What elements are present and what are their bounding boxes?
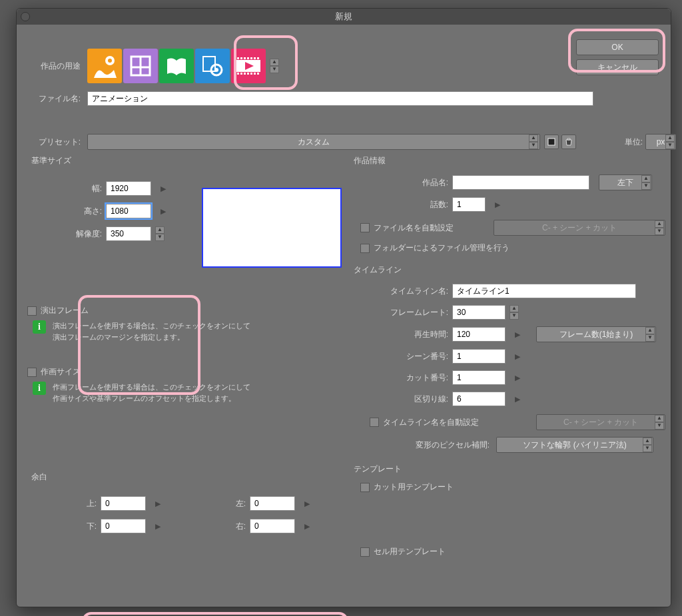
purpose-animation-icon[interactable] [231,49,266,83]
margin-right-input[interactable] [250,519,295,533]
highlight-margin [82,612,348,616]
dpi-label: 解像度: [27,228,102,240]
preset-register-button[interactable] [544,135,559,149]
info-icon: i [33,320,46,334]
folder-manage-label: フォルダーによるファイル管理を行う [374,242,510,254]
timeline-title: タイムライン [350,263,669,277]
tlname-input[interactable] [452,284,636,298]
direction-frame-hint: 演出フレームを使用する場合は、このチェックをオンにして 演出フレームのマージンを… [53,320,250,342]
svg-rect-5 [203,57,215,71]
ok-button[interactable]: OK [576,39,659,55]
filename-label: ファイル名: [33,93,81,105]
fps-label: フレームレート: [350,307,448,318]
dialog-title: 新規 [335,11,352,23]
margin-top-label: 上: [67,498,97,509]
width-arrow[interactable]: ▶ [161,184,170,193]
titlebar[interactable]: 新規 [17,9,671,25]
scene-input[interactable] [452,349,506,364]
playtime-input[interactable] [452,327,506,342]
margin-top-input[interactable] [101,496,146,511]
size-section-title: 基準サイズ [27,154,350,168]
direction-frame-checkbox[interactable] [27,306,37,316]
purpose-book-icon[interactable] [159,49,194,83]
preset-label: プリセット: [33,137,81,148]
draw-size-checkbox[interactable] [27,368,37,377]
width-label: 幅: [27,183,102,194]
height-input[interactable] [106,204,151,218]
margin-right-arrow[interactable]: ▶ [304,522,314,531]
margin-left-label: 左: [216,498,246,509]
folder-manage-checkbox[interactable] [360,244,370,253]
tlname-label: タイムライン名: [350,286,448,297]
workname-label: 作品名: [350,177,448,188]
direction-frame-title: 演出フレーム [41,305,89,316]
sep-input[interactable] [452,392,506,406]
purpose-label: 作品の用途 [33,61,81,72]
margin-top-arrow[interactable]: ▶ [155,499,165,508]
svg-rect-24 [257,73,259,75]
draw-size-title: 作画サイズ [41,366,81,378]
auto-filename-label: ファイル名を自動設定 [374,222,454,234]
auto-tlname-pattern: C- + シーン + カット ▲▼ [536,414,665,430]
dpi-input[interactable] [106,226,151,241]
cut-template-checkbox[interactable] [360,483,370,492]
unit-dropdown[interactable]: px ▲▼ [645,134,676,150]
dpi-spinner[interactable]: ▲▼ [155,226,165,241]
cell-template-label: セル用テンプレート [374,546,446,557]
height-arrow[interactable]: ▶ [161,207,170,216]
auto-tlname-checkbox[interactable] [370,418,379,427]
info-icon: i [33,382,46,395]
width-input[interactable] [106,181,151,196]
cell-template-checkbox[interactable] [360,547,370,557]
fps-input[interactable] [452,305,506,320]
svg-rect-16 [254,57,256,59]
new-dialog: 新規 OK キャンセル 作品の用途 ▲▼ [16,8,671,607]
auto-filename-checkbox[interactable] [360,223,370,232]
margin-left-input[interactable] [250,496,295,511]
unit-value: px [657,137,665,147]
cancel-button[interactable]: キャンセル [576,59,659,75]
workname-input[interactable] [452,175,589,190]
draw-size-hint: 作画フレームを使用する場合は、このチェックをオンにして 作画サイズや基準フレーム… [53,382,250,404]
framecount-dropdown[interactable]: フレーム数(1始まり) ▲▼ [536,326,656,342]
workname-pos-dropdown[interactable]: 左下 ▲▼ [599,174,652,190]
svg-rect-23 [254,73,256,75]
canvas-preview [202,188,342,268]
svg-point-1 [108,59,112,63]
template-title: テンプレート [350,462,669,476]
purpose-illustration-icon[interactable] [87,49,122,83]
svg-point-7 [214,68,218,72]
auto-filename-pattern: C- + シーン + カット ▲▼ [494,220,665,236]
svg-rect-19 [240,73,242,75]
close-button[interactable] [21,12,30,21]
margin-left-arrow[interactable]: ▶ [304,499,314,508]
cut-input[interactable] [452,370,506,385]
scene-arrow[interactable]: ▶ [515,352,524,361]
svg-rect-18 [237,73,239,75]
episode-label: 話数: [350,199,448,210]
workinfo-title: 作品情報 [350,154,669,168]
svg-rect-11 [237,57,239,59]
filename-input[interactable] [87,91,593,106]
preset-delete-button[interactable] [561,135,576,149]
interp-dropdown[interactable]: ソフトな輪郭 (バイリニア法) ▲▼ [496,437,653,453]
cut-arrow[interactable]: ▶ [515,374,524,382]
episode-input[interactable] [452,197,486,212]
playtime-arrow[interactable]: ▶ [515,330,524,339]
fps-spinner[interactable]: ▲▼ [510,305,519,320]
interp-label: 変形のピクセル補間: [350,440,490,451]
sep-label: 区切り線: [350,394,448,405]
margin-bottom-input[interactable] [101,519,146,533]
margin-bottom-arrow[interactable]: ▶ [155,522,165,531]
svg-rect-17 [257,57,259,59]
svg-rect-14 [247,57,249,59]
purpose-comic-icon[interactable] [123,49,158,83]
purpose-settings-icon[interactable] [195,49,230,83]
preset-dropdown[interactable]: カスタム ▲▼ [87,134,540,150]
episode-arrow[interactable]: ▶ [495,200,504,209]
auto-tlname-label: タイムライン名を自動設定 [383,417,479,428]
sep-arrow[interactable]: ▶ [515,395,524,404]
svg-rect-20 [244,73,246,75]
purpose-spinner[interactable]: ▲▼ [270,59,279,73]
svg-rect-22 [250,73,252,75]
